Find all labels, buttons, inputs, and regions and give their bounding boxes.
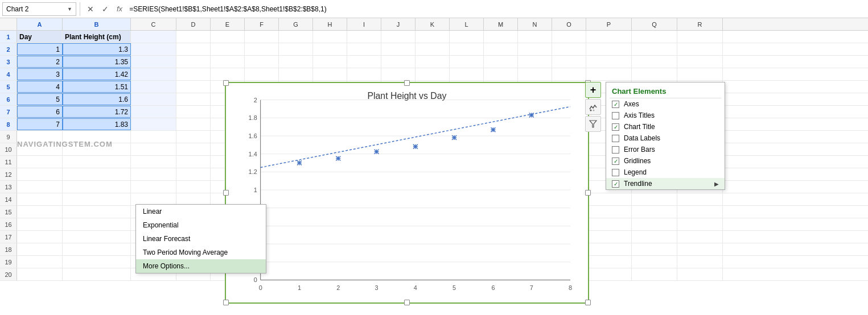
chart-elements-axis-titles[interactable]: Axis Titles	[606, 110, 725, 121]
col-header-H[interactable]: H	[313, 18, 347, 30]
cell-B6[interactable]: 1.6	[63, 93, 131, 105]
cell-B3[interactable]: 1.35	[63, 56, 131, 68]
cell-O1[interactable]	[552, 31, 586, 43]
cell-A9[interactable]	[17, 131, 63, 143]
col-header-D[interactable]: D	[176, 18, 211, 30]
cell-B2[interactable]: 1.3	[63, 43, 131, 55]
cell-L3[interactable]	[450, 56, 484, 68]
trendline-more-options[interactable]: More Options...	[136, 259, 266, 273]
cell-L1[interactable]	[450, 31, 484, 43]
cell-D5[interactable]	[176, 81, 211, 93]
chart-styles-button[interactable]	[585, 99, 601, 115]
cell-C8[interactable]	[131, 118, 176, 130]
cell-B8[interactable]: 1.83	[63, 118, 131, 130]
cell-J2[interactable]	[381, 43, 416, 55]
cell-P2[interactable]	[586, 43, 632, 55]
cell-E4[interactable]	[211, 68, 245, 80]
cell-J1[interactable]	[381, 31, 416, 43]
cell-O3[interactable]	[552, 56, 586, 68]
axis-titles-checkbox[interactable]	[612, 112, 619, 119]
col-header-P[interactable]: P	[586, 18, 632, 30]
cell-P1[interactable]	[586, 31, 632, 43]
cell-A3[interactable]: 2	[17, 56, 63, 68]
trendline-checkbox[interactable]: ✓	[612, 180, 619, 188]
cell-I3[interactable]	[347, 56, 381, 68]
formula-input[interactable]	[127, 2, 866, 16]
cell-C5[interactable]	[131, 81, 176, 93]
cell-A7[interactable]: 6	[17, 106, 63, 118]
cell-O4[interactable]	[552, 68, 586, 80]
gridlines-checkbox[interactable]: ✓	[612, 158, 619, 165]
cancel-icon[interactable]: ✕	[84, 2, 97, 16]
cell-B5[interactable]: 1.51	[63, 81, 131, 93]
col-header-Q[interactable]: Q	[632, 18, 677, 30]
cell-Q4[interactable]	[632, 68, 677, 80]
cell-J3[interactable]	[381, 56, 416, 68]
chart-handle-tl[interactable]	[223, 80, 229, 86]
cell-M4[interactable]	[484, 68, 518, 80]
cell-Q1[interactable]	[632, 31, 677, 43]
cell-C6[interactable]	[131, 93, 176, 105]
col-header-K[interactable]: K	[416, 18, 450, 30]
cell-F2[interactable]	[245, 43, 279, 55]
chart-handle-ml[interactable]	[223, 190, 229, 196]
cell-A8[interactable]: 7	[17, 118, 63, 130]
cell-L2[interactable]	[450, 43, 484, 55]
chart-elements-gridlines[interactable]: ✓ Gridlines	[606, 155, 725, 167]
cell-C2[interactable]	[131, 43, 176, 55]
cell-N1[interactable]	[518, 31, 552, 43]
cell-M3[interactable]	[484, 56, 518, 68]
col-header-G[interactable]: G	[279, 18, 313, 30]
cell-B7[interactable]: 1.72	[63, 106, 131, 118]
cell-F1[interactable]	[245, 31, 279, 43]
cell-A1[interactable]: Day	[17, 31, 63, 43]
col-header-F[interactable]: F	[245, 18, 279, 30]
chart-handle-bc[interactable]	[404, 300, 410, 305]
col-header-B[interactable]: B	[63, 18, 131, 30]
col-header-E[interactable]: E	[211, 18, 245, 30]
cell-D8[interactable]	[176, 118, 211, 130]
chart-elements-legend[interactable]: Legend	[606, 167, 725, 178]
cell-B4[interactable]: 1.42	[63, 68, 131, 80]
cell-E1[interactable]	[211, 31, 245, 43]
cell-O2[interactable]	[552, 43, 586, 55]
trendline-linear-forecast[interactable]: Linear Forecast	[136, 232, 266, 246]
cell-D7[interactable]	[176, 106, 211, 118]
chart-title-checkbox[interactable]: ✓	[612, 123, 619, 131]
cell-K4[interactable]	[416, 68, 450, 80]
cell-H1[interactable]	[313, 31, 347, 43]
cell-A2[interactable]: 1	[17, 43, 63, 55]
col-header-N[interactable]: N	[518, 18, 552, 30]
cell-C1[interactable]	[131, 31, 176, 43]
cell-N2[interactable]	[518, 43, 552, 55]
cell-P3[interactable]	[586, 56, 632, 68]
chart-handle-tc[interactable]	[404, 80, 410, 86]
cell-A6[interactable]: 5	[17, 93, 63, 105]
col-header-O[interactable]: O	[552, 18, 586, 30]
trendline-linear[interactable]: Linear	[136, 205, 266, 218]
cell-I4[interactable]	[347, 68, 381, 80]
chart-elements-trendline[interactable]: ✓ Trendline ▶	[606, 178, 725, 189]
cell-D4[interactable]	[176, 68, 211, 80]
cell-H2[interactable]	[313, 43, 347, 55]
chart-elements-axes[interactable]: ✓ Axes	[606, 98, 725, 110]
cell-R2[interactable]	[677, 43, 723, 55]
trendline-two-period[interactable]: Two Period Moving Average	[136, 246, 266, 259]
cell-N4[interactable]	[518, 68, 552, 80]
trendline-exponential[interactable]: Exponential	[136, 218, 266, 232]
cell-G3[interactable]	[279, 56, 313, 68]
name-box[interactable]: Chart 2 ▼	[2, 2, 76, 16]
cell-Q2[interactable]	[632, 43, 677, 55]
cell-D3[interactable]	[176, 56, 211, 68]
cell-R3[interactable]	[677, 56, 723, 68]
error-bars-checkbox[interactable]	[612, 146, 619, 154]
col-header-A[interactable]: A	[17, 18, 63, 30]
cell-C3[interactable]	[131, 56, 176, 68]
cell-E2[interactable]	[211, 43, 245, 55]
cell-J4[interactable]	[381, 68, 416, 80]
chart-handle-mr[interactable]	[585, 190, 591, 196]
cell-G1[interactable]	[279, 31, 313, 43]
col-header-J[interactable]: J	[381, 18, 416, 30]
cell-M2[interactable]	[484, 43, 518, 55]
col-header-M[interactable]: M	[484, 18, 518, 30]
